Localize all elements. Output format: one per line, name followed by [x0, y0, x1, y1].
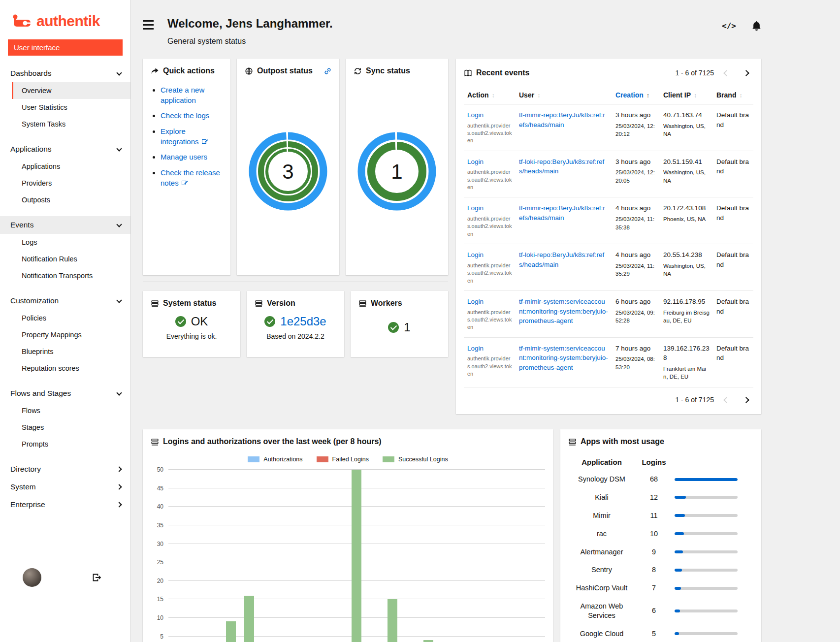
sort-asc-icon: ↑ [646, 92, 650, 99]
bar-successful-logins [226, 621, 236, 642]
app-usage-row: Alertmanager9 [568, 543, 753, 561]
pagination-next-button[interactable] [739, 393, 753, 406]
quick-action-link-manage-users[interactable]: Manage users [161, 153, 207, 161]
sidebar-item-system-tasks[interactable]: System Tasks [0, 116, 130, 132]
column-header-action[interactable]: Action↕ [464, 86, 516, 104]
event-action-link[interactable]: Login [467, 158, 484, 165]
app-name: rac [568, 525, 635, 543]
sidebar-item-user-statistics[interactable]: User Statistics [0, 99, 130, 116]
book-icon [464, 69, 472, 77]
sidebar-item-property-mappings[interactable]: Property Mappings [0, 326, 130, 343]
app-login-count: 10 [635, 525, 673, 543]
sidebar-item-stages[interactable]: Stages [0, 419, 130, 436]
logins-bar-chart: 5101520253035404550 [151, 470, 545, 642]
user-avatar[interactable] [23, 568, 41, 587]
sidebar-nav: DashboardsOverviewUser StatisticsSystem … [0, 60, 130, 568]
column-header-brand[interactable]: Brand↕ [713, 86, 753, 104]
app-usage-row: rac10 [568, 525, 753, 543]
quick-action-link-check-the-logs[interactable]: Check the logs [161, 111, 209, 120]
sidebar-item-policies[interactable]: Policies [0, 310, 130, 326]
app-name: Sentry [568, 561, 635, 579]
events-pagination-top: 1 - 6 of 7125 [675, 66, 753, 79]
notifications-bell-icon[interactable] [752, 21, 761, 31]
app-usage-row: Sentry8 [568, 561, 753, 579]
event-action-link[interactable]: Login [467, 345, 484, 352]
column-header-user[interactable]: User↕ [516, 86, 612, 104]
link-icon[interactable] [324, 67, 331, 75]
sidebar-item-providers[interactable]: Providers [0, 175, 130, 192]
sidebar-item-applications[interactable]: Applications [0, 158, 130, 175]
sidebar-section-system[interactable]: System [0, 478, 130, 496]
sidebar-section-events[interactable]: Events [0, 216, 130, 234]
event-client-ip: 40.71.163.74 [663, 110, 710, 120]
column-header-creation[interactable]: Creation↑ [612, 86, 660, 104]
event-user-link[interactable]: tf-loki-repo:BeryJu/k8s:ref:refs/heads/m… [519, 251, 604, 268]
sidebar-item-blueprints[interactable]: Blueprints [0, 343, 130, 360]
chevron-down-icon [116, 297, 122, 303]
apps-usage-table: Application Logins Synology DSM68Kiali12… [568, 454, 753, 642]
quick-action-link-create-a-new-application[interactable]: Create a new application [161, 86, 204, 104]
user-interface-button[interactable]: User interface [8, 39, 123, 56]
legend-item-successful-logins: Successful Logins [383, 456, 448, 463]
event-user-link[interactable]: tf-loki-repo:BeryJu/k8s:ref:refs/heads/m… [519, 158, 604, 175]
section-label: Directory [10, 465, 41, 474]
event-action-link[interactable]: Login [467, 204, 484, 212]
event-action-context: authentik.providers.oauth2.views.token [467, 262, 512, 285]
event-user-link[interactable]: tf-mimir-repo:BeryJu/k8s:ref:refs/heads/… [519, 111, 605, 128]
sidebar-section-flows-and-stages[interactable]: Flows and Stages [0, 385, 130, 402]
outpost-donut-chart: 3 [245, 75, 331, 267]
sidebar-item-outposts[interactable]: Outposts [0, 192, 130, 208]
sort-icon: ↕ [537, 92, 540, 99]
chevron-right-icon [116, 484, 122, 489]
pagination-prev-button[interactable] [719, 393, 734, 406]
event-geo: Washington, US, NA [663, 122, 710, 138]
pagination-prev-button[interactable] [719, 66, 734, 79]
event-action-link[interactable]: Login [467, 111, 484, 119]
bar-successful-logins [244, 596, 254, 642]
event-user-link[interactable]: tf-mimir-system:serviceaccount:monitorin… [519, 298, 608, 324]
event-action-context: authentik.providers.oauth2.views.token [467, 215, 512, 238]
sidebar-section-dashboards[interactable]: Dashboards [0, 64, 130, 82]
event-action-link[interactable]: Login [467, 298, 484, 305]
section-label: Dashboards [10, 69, 52, 78]
app-usage-row: Google Cloud5 [568, 625, 753, 642]
event-user-link[interactable]: tf-mimir-system:serviceaccount:monitorin… [519, 345, 608, 371]
app-name: Synology DSM [568, 470, 635, 488]
chart-legend: AuthorizationsFailed LoginsSuccessful Lo… [151, 456, 545, 463]
pagination-next-button[interactable] [739, 66, 753, 79]
api-code-icon[interactable] [722, 21, 736, 31]
legend-item-authorizations: Authorizations [248, 456, 302, 463]
external-link-icon [202, 138, 207, 144]
sidebar-item-flows[interactable]: Flows [0, 402, 130, 419]
quick-action-link-check-the-release-notes[interactable]: Check the release notes [161, 168, 220, 187]
chart-slot [473, 470, 491, 642]
sidebar-item-prompts[interactable]: Prompts [0, 436, 130, 452]
outpost-status-title: Outpost status [257, 66, 313, 75]
sidebar-item-notification-rules[interactable]: Notification Rules [0, 251, 130, 267]
event-action-link[interactable]: Login [467, 251, 484, 258]
chart-slot [455, 470, 473, 642]
quick-action-item: Check the logs [161, 111, 223, 121]
recent-events-card: Recent events 1 - 6 of 7125 Action↕User↕… [456, 59, 761, 414]
sign-out-icon[interactable] [92, 573, 102, 582]
sidebar-item-notification-transports[interactable]: Notification Transports [0, 267, 130, 284]
event-user-link[interactable]: tf-mimir-repo:BeryJu/k8s:ref:refs/heads/… [519, 204, 605, 222]
chart-slot [240, 470, 258, 642]
chart-slot [348, 470, 365, 642]
apps-usage-card: Apps with most usage Application Logins … [560, 429, 761, 642]
app-usage-row: Kiali12 [568, 488, 753, 507]
bar-successful-logins [423, 640, 433, 642]
version-link[interactable]: 1e25d3e [280, 315, 326, 328]
quick-action-link-explore-integrations[interactable]: Explore integrations [161, 127, 207, 146]
column-header-client-ip[interactable]: Client IP↕ [660, 86, 713, 104]
sidebar-section-enterprise[interactable]: Enterprise [0, 496, 130, 514]
sidebar-item-reputation-scores[interactable]: Reputation scores [0, 360, 130, 377]
sidebar-section-customization[interactable]: Customization [0, 292, 130, 310]
event-row: Loginauthentik.providers.oauth2.views.to… [464, 104, 753, 151]
sidebar-section-applications[interactable]: Applications [0, 140, 130, 158]
authentik-logo-icon [12, 13, 32, 30]
sidebar-item-logs[interactable]: Logs [0, 234, 130, 251]
hamburger-menu-button[interactable] [143, 20, 154, 30]
sidebar-item-overview[interactable]: Overview [12, 82, 130, 99]
sidebar-section-directory[interactable]: Directory [0, 460, 130, 478]
